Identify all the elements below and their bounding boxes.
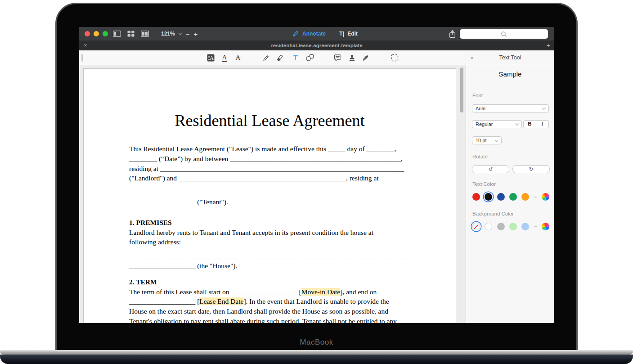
rotate-ccw-icon: ↺ — [489, 167, 493, 172]
document-line: residing at ____________________________… — [129, 164, 417, 174]
traffic-lights — [85, 31, 108, 36]
svg-text:A: A — [210, 55, 214, 61]
text-color-swatch-e8241f[interactable] — [472, 193, 480, 201]
thumbnails-view-icon[interactable] — [127, 31, 135, 37]
document-text: ________ (“Date”) by and between _______… — [129, 155, 403, 162]
underline-text-tool[interactable]: A — [220, 53, 229, 63]
highlighted-text: Move-in Date — [301, 288, 341, 296]
highlight-text-tool[interactable]: A — [206, 53, 215, 63]
collapse-sidebar-icon[interactable]: » — [470, 50, 474, 65]
macbook-brand-label: MacBook — [57, 338, 576, 347]
pencil-tool-icon[interactable] — [261, 53, 271, 63]
rotate-cw-icon: ↻ — [529, 167, 533, 172]
document-line: ___________________ ("Tenant"). — [129, 197, 417, 207]
shapes-tool-icon[interactable] — [305, 53, 314, 63]
background-color-swatch-none[interactable] — [472, 223, 480, 230]
text-tool-icon[interactable]: T — [291, 53, 301, 63]
font-style-select[interactable]: Regular — [472, 120, 522, 128]
rotate-cw-button[interactable]: ↻ — [512, 165, 550, 173]
document-viewer: Residential Lease Agreement This Residen… — [79, 65, 466, 323]
document-text: Landlord hereby rents to Tenant and Tena… — [129, 229, 373, 236]
window-titlebar: 121% − + Annotate T| Edit — [79, 27, 554, 40]
toolbar-divider — [155, 30, 155, 37]
document-line: 1. PREMISES — [129, 218, 417, 228]
minimize-window-button[interactable] — [94, 31, 99, 36]
document-line: Tenant's obligation to pay rent shall ab… — [129, 316, 417, 323]
background-color-swatch-custom[interactable] — [542, 223, 549, 230]
app-window: 121% − + Annotate T| Edit — [79, 27, 554, 323]
annotate-mode-button[interactable]: Annotate — [292, 30, 326, 37]
vertical-scrollbar[interactable] — [460, 67, 463, 112]
document-text: Tenant's obligation to pay rent shall ab… — [129, 317, 397, 323]
document-line: 2. TERM — [129, 277, 417, 287]
sidebar-view-icon[interactable] — [113, 31, 121, 37]
zoom-window-button[interactable] — [103, 31, 108, 36]
text-color-swatch-1c4da0[interactable] — [497, 193, 505, 201]
annotation-toolbar: A A A T — [79, 50, 466, 65]
text-color-swatch-f9a01b[interactable] — [521, 193, 529, 201]
italic-button[interactable]: I — [536, 121, 548, 128]
rotate-section-label: Rotate — [472, 154, 488, 159]
background-color-swatch-ffffff[interactable] — [485, 223, 492, 230]
font-family-value: Arial — [476, 106, 485, 111]
tool-row: A A A T — [79, 50, 554, 65]
signature-tool-icon[interactable] — [360, 53, 370, 63]
share-icon[interactable] — [449, 30, 457, 38]
document-line: ___________________ (the "House"). — [129, 261, 417, 271]
search-input[interactable] — [460, 29, 548, 39]
text-color-swatch-custom[interactable] — [542, 193, 549, 201]
document-text: ___________________ ("Tenant"). — [129, 198, 228, 206]
search-icon — [501, 31, 507, 37]
document-text: House on the exact start date, then Land… — [129, 307, 388, 315]
eraser-tool-icon[interactable] — [275, 53, 285, 63]
background-color-swatch-abcdf3[interactable] — [521, 223, 529, 230]
stamp-tool-icon[interactable] — [347, 53, 357, 63]
zoom-in-button[interactable]: + — [193, 30, 198, 38]
annotate-label: Annotate — [302, 31, 326, 37]
font-size-value: 10 pt — [476, 138, 486, 143]
document-line: House on the exact start date, then Land… — [129, 306, 417, 316]
document-text: 1. PREMISES — [129, 219, 172, 226]
document-text: The term of this Lease shall start on __… — [129, 288, 301, 296]
background-color-swatch-b9edb4[interactable] — [509, 223, 517, 230]
bold-italic-group: B I — [523, 120, 549, 128]
document-line: ________ (“Date”) by and between _______… — [129, 154, 417, 164]
text-color-swatch-121212[interactable] — [485, 193, 492, 201]
edit-mode-button[interactable]: T| Edit — [339, 31, 358, 37]
font-sample-preview: Sample — [466, 70, 554, 78]
toolbar-drag-handle[interactable] — [81, 54, 83, 62]
font-size-select[interactable]: 10 pt — [472, 136, 502, 144]
document-text: This Residential Lease Agreement ("Lease… — [129, 145, 396, 153]
zoom-level[interactable]: 121% — [161, 31, 175, 37]
chevron-down-icon — [515, 121, 519, 125]
text-color-swatch-18a05c[interactable] — [509, 193, 517, 201]
tab-bar: × residential-lease-agreement-template + — [79, 40, 554, 50]
rotate-ccw-button[interactable]: ↺ — [472, 165, 509, 173]
laptop-base-edge — [0, 350, 633, 355]
two-page-view-icon[interactable] — [141, 31, 149, 37]
document-line: Landlord hereby rents to Tenant and Tena… — [129, 228, 417, 238]
document-page: Residential Lease Agreement This Residen… — [83, 68, 456, 323]
font-family-select[interactable]: Arial — [472, 104, 549, 112]
font-section-label: Font — [472, 93, 483, 98]
mode-switcher: Annotate T| Edit — [292, 27, 358, 40]
document-text: ], and end on — [340, 288, 377, 296]
new-tab-button[interactable]: + — [546, 40, 550, 50]
laptop-base-body — [0, 355, 633, 364]
zoom-out-button[interactable]: − — [186, 30, 190, 38]
pen-icon — [292, 30, 299, 37]
select-tool-icon[interactable] — [390, 53, 400, 63]
chevron-down-icon[interactable] — [178, 31, 182, 35]
background-color-swatches — [472, 223, 549, 230]
text-tool-sidebar: Sample Font Arial Regular B I 10 pt — [466, 65, 554, 323]
note-tool-icon[interactable] — [332, 53, 342, 63]
background-color-swatch-bababa[interactable] — [497, 223, 505, 230]
chevron-down-icon — [542, 106, 546, 109]
content-area: Residential Lease Agreement This Residen… — [79, 65, 554, 323]
strikethrough-text-tool[interactable]: A — [233, 53, 243, 63]
close-window-button[interactable] — [85, 31, 90, 36]
bold-button[interactable]: B — [524, 121, 536, 128]
sidebar-header: » Text Tool — [466, 50, 554, 65]
document-body: This Residential Lease Agreement ("Lease… — [129, 144, 417, 323]
laptop-screen: 121% − + Annotate T| Edit — [55, 3, 578, 350]
